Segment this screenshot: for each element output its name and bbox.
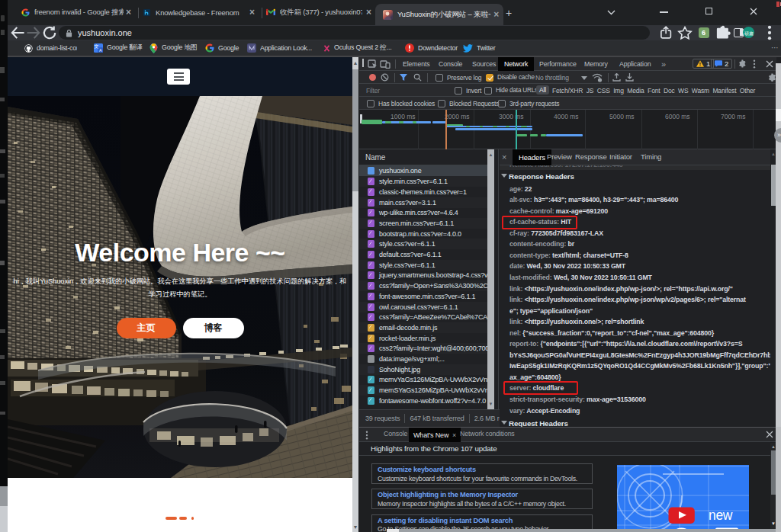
svg-text:文: 文 (94, 43, 98, 49)
svg-text:new: new (709, 508, 733, 523)
